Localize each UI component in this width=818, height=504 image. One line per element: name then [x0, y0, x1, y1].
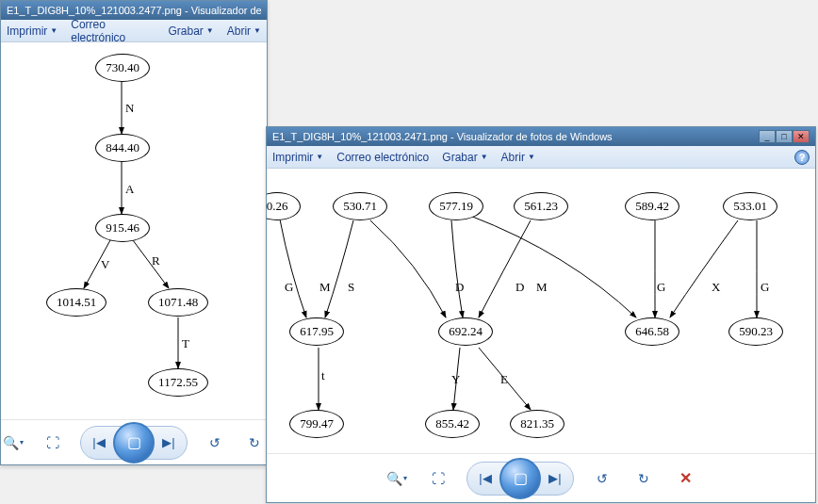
rotate-ccw-button[interactable]: ↺	[203, 430, 227, 456]
graph-node: 617.95	[289, 317, 344, 346]
edge-label: X	[712, 280, 720, 295]
prev-button[interactable]: |◀	[469, 464, 501, 493]
rotate-cw-button[interactable]: ↻	[242, 430, 267, 456]
graph-node: 646.58	[625, 317, 679, 346]
edge-label: V	[101, 257, 109, 272]
edge-label: T	[182, 336, 189, 351]
graph-node: 730.40	[95, 54, 150, 82]
minimize-button[interactable]: _	[759, 130, 776, 143]
graph-node: 1071.48	[148, 288, 208, 317]
graph-node: 533.01	[723, 192, 777, 220]
edge-label: R	[152, 253, 160, 268]
edge-label: N	[125, 101, 134, 116]
close-button[interactable]: ✕	[793, 130, 810, 143]
edge-label: G	[761, 280, 769, 295]
graph-node: 590.23	[728, 317, 783, 346]
graph-node: 915.46	[95, 214, 150, 242]
graph-node: 1172.55	[148, 368, 208, 397]
zoom-button[interactable]: 🔍▾	[384, 465, 410, 492]
photo-viewer-window-1: E1_T_DIG8H_10%_121003.2477.png - Visuali…	[0, 0, 268, 465]
window-title: E1_T_DIG8H_10%_121003.2471.png - Visuali…	[272, 131, 613, 142]
nav-pill: |◀ ▢ ▶|	[466, 462, 574, 496]
graph-node: 561.23	[514, 192, 568, 220]
edge-label: G	[657, 280, 665, 295]
fit-button[interactable]: ⛶	[41, 430, 65, 456]
edge-label: D	[455, 280, 464, 295]
graph-node: 1014.51	[46, 288, 106, 317]
edge-label: M	[536, 280, 548, 295]
nav-pill: |◀ ▢ ▶|	[80, 426, 188, 460]
photo-viewer-window-2: E1_T_DIG8H_10%_121003.2471.png - Visuali…	[266, 126, 816, 503]
edge-label: S	[348, 280, 354, 295]
graph-node: 589.42	[625, 192, 679, 220]
titlebar[interactable]: E1_T_DIG8H_10%_121003.2471.png - Visuali…	[267, 127, 815, 146]
graph-node: 577.19	[429, 192, 483, 220]
edge-label: t	[321, 368, 325, 383]
graph-node: 821.35	[510, 410, 564, 438]
edge-label: E	[500, 372, 508, 387]
graph-node: 855.42	[425, 410, 480, 438]
next-button[interactable]: ▶|	[539, 464, 571, 493]
next-button[interactable]: ▶|	[153, 429, 185, 457]
maximize-button[interactable]: □	[776, 130, 793, 143]
bottom-toolbar: 🔍▾ ⛶ |◀ ▢ ▶| ↺ ↻	[1, 419, 267, 464]
menu-imprimir[interactable]: Imprimir▼	[7, 24, 57, 38]
image-content: 730.40 844.40 915.46 1014.51 1071.48 117…	[1, 42, 267, 419]
graph-node: 0.26	[267, 192, 301, 220]
prev-button[interactable]: |◀	[83, 429, 115, 457]
window-title: E1_T_DIG8H_10%_121003.2477.png - Visuali…	[7, 5, 261, 16]
menu-correo[interactable]: Correo electrónico	[336, 151, 429, 164]
image-content: 0.26 530.71 577.19 561.23 589.42 533.01 …	[267, 169, 815, 453]
menu-abrir[interactable]: Abrir▼	[501, 151, 535, 164]
edge-label: M	[319, 280, 331, 295]
menu-grabar[interactable]: Grabar▼	[442, 151, 487, 164]
rotate-ccw-button[interactable]: ↺	[589, 465, 615, 492]
edge-label: A	[125, 182, 134, 197]
bottom-toolbar: 🔍▾ ⛶ |◀ ▢ ▶| ↺ ↻ ✕	[267, 453, 815, 502]
zoom-button[interactable]: 🔍▾	[1, 430, 25, 456]
caption-buttons: _ □ ✕	[759, 130, 810, 143]
slideshow-button[interactable]: ▢	[499, 458, 541, 499]
graph-node: 799.47	[289, 410, 344, 438]
delete-button[interactable]: ✕	[672, 465, 698, 492]
rotate-cw-button[interactable]: ↻	[630, 465, 657, 492]
edge-label: D	[515, 280, 524, 295]
edge-label: G	[285, 280, 293, 295]
graph-node: 530.71	[333, 192, 387, 220]
menubar: Imprimir▼ Correo electrónico Grabar▼ Abr…	[267, 146, 815, 169]
graph-node: 844.40	[95, 134, 150, 162]
menu-imprimir[interactable]: Imprimir▼	[272, 151, 323, 164]
menu-abrir[interactable]: Abrir▼	[227, 24, 261, 38]
slideshow-button[interactable]: ▢	[113, 422, 155, 463]
menu-grabar[interactable]: Grabar▼	[168, 24, 213, 38]
menubar: Imprimir▼ Correo electrónico Grabar▼ Abr…	[1, 20, 267, 42]
graph-node: 692.24	[438, 317, 493, 346]
fit-button[interactable]: ⛶	[425, 465, 451, 492]
menu-correo[interactable]: Correo electrónico	[71, 18, 155, 44]
help-icon[interactable]: ?	[794, 150, 810, 165]
svg-line-3	[133, 240, 169, 288]
edge-label: Y	[451, 372, 460, 387]
